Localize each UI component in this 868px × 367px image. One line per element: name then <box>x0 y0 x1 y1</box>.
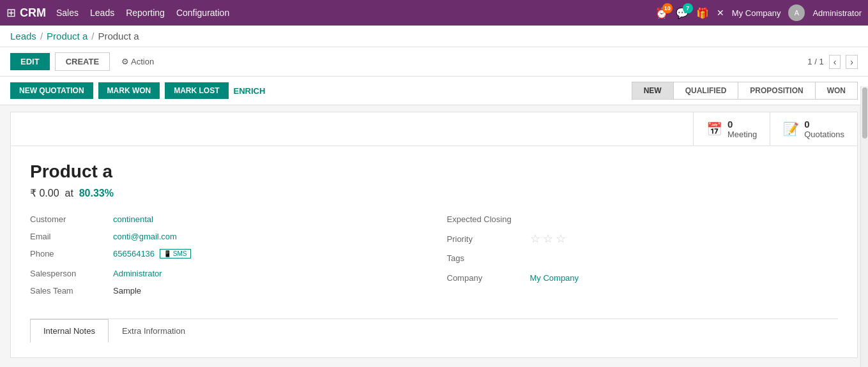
nav-leads[interactable]: Leads <box>90 8 114 18</box>
record-body: Product a ₹ 0.00 at 80.33% Customer cont… <box>11 146 857 357</box>
avatar[interactable]: A <box>788 4 805 21</box>
customer-field: Customer continental <box>30 214 422 224</box>
breadcrumb-product-link[interactable]: Product a <box>47 31 88 41</box>
customer-label: Customer <box>30 214 113 224</box>
email-value[interactable]: conti@gmail.com <box>113 232 177 241</box>
breadcrumb-leads[interactable]: Leads <box>10 31 36 41</box>
action-bar: EDIT CREATE ⚙ Action 1 / 1 ‹ › <box>0 47 868 77</box>
meeting-label: Meeting <box>727 130 757 139</box>
tab-internal-notes[interactable]: Internal Notes <box>30 319 109 343</box>
separator-2: / <box>91 31 94 41</box>
email-field: Email conti@gmail.com <box>30 232 422 241</box>
nav-sales[interactable]: Sales <box>56 8 79 18</box>
smart-buttons: 📅 0 Meeting 📝 0 Quotations <box>11 112 857 146</box>
meeting-info: 0 Meeting <box>727 119 757 139</box>
percent-value: 80.33 <box>79 188 105 198</box>
priority-label: Priority <box>447 234 530 244</box>
record-amount: ₹ 0.00 <box>30 188 59 198</box>
close-icon[interactable]: ✕ <box>717 8 724 18</box>
stage-won[interactable]: WON <box>816 82 857 99</box>
nav-menu: Sales Leads Reporting Configuration <box>56 8 651 18</box>
meeting-button[interactable]: 📅 0 Meeting <box>693 112 770 146</box>
tags-label: Tags <box>447 253 530 263</box>
phone-label: Phone <box>30 249 113 258</box>
sales-team-value: Sample <box>113 286 141 296</box>
right-fields: Expected Closing Priority ☆ ☆ ☆ Tags <box>447 214 839 303</box>
quotations-button[interactable]: 📝 0 Quotations <box>770 112 857 146</box>
scrollbar[interactable] <box>860 86 868 364</box>
mark-lost-button[interactable]: MARK LOST <box>165 82 228 99</box>
navbar: ⊞ CRM Sales Leads Reporting Configuratio… <box>0 0 868 26</box>
calendar-icon: 📅 <box>706 121 722 137</box>
salesperson-label: Salesperson <box>30 269 113 278</box>
stage-steps: NEW QUALIFIED PROPOSITION WON <box>632 82 858 100</box>
pagination-area: 1 / 1 ‹ › <box>807 55 858 69</box>
enrich-button[interactable]: ENRICH <box>234 86 266 96</box>
quotations-count: 0 <box>804 119 809 130</box>
edit-button[interactable]: EDIT <box>10 53 50 70</box>
stage-new[interactable]: NEW <box>632 82 674 99</box>
company-name[interactable]: My Company <box>732 8 781 18</box>
expected-closing-label: Expected Closing <box>447 214 530 224</box>
company-label: Company <box>447 273 530 283</box>
stage-qualified[interactable]: QUALIFIED <box>674 82 739 99</box>
star-2[interactable]: ☆ <box>543 232 553 246</box>
app-name: CRM <box>20 6 46 20</box>
quotation-icon: 📝 <box>783 121 799 137</box>
separator-1: / <box>40 31 43 41</box>
tags-field: Tags <box>447 253 839 263</box>
pagination-text: 1 / 1 <box>807 57 823 66</box>
main-content: 📅 0 Meeting 📝 0 Quotations Product a <box>0 105 868 364</box>
mark-won-button[interactable]: MARK WON <box>98 82 160 99</box>
action-menu[interactable]: ⚙ Action <box>121 57 154 66</box>
messages-icon[interactable]: 💬 7 <box>676 7 689 19</box>
admin-name[interactable]: Administrator <box>812 8 862 18</box>
priority-stars: ☆ ☆ ☆ <box>530 232 566 246</box>
sms-button[interactable]: 📱 SMS <box>160 249 190 258</box>
customer-value[interactable]: continental <box>113 214 153 224</box>
at-label: at <box>65 188 73 198</box>
tab-extra-information[interactable]: Extra Information <box>109 319 199 343</box>
messages-badge: 7 <box>683 3 693 13</box>
activity-icon[interactable]: ⏰ 10 <box>655 7 668 19</box>
company-field: Company My Company <box>447 273 839 283</box>
activity-badge: 10 <box>662 3 673 13</box>
company-value[interactable]: My Company <box>530 273 579 283</box>
nav-configuration[interactable]: Configuration <box>176 8 229 18</box>
breadcrumb: Leads / Product a / Product a <box>0 26 868 47</box>
email-label: Email <box>30 232 113 241</box>
left-fields: Customer continental Email conti@gmail.c… <box>30 214 422 303</box>
sales-team-field: Sales Team Sample <box>30 286 422 296</box>
meeting-count: 0 <box>727 119 733 130</box>
star-3[interactable]: ☆ <box>556 232 566 246</box>
prev-button[interactable]: ‹ <box>829 55 841 69</box>
star-1[interactable]: ☆ <box>530 232 540 246</box>
quotations-label: Quotations <box>804 130 844 139</box>
quotations-info: 0 Quotations <box>804 119 844 139</box>
salesperson-value[interactable]: Administrator <box>113 269 162 278</box>
record-title: Product a <box>30 161 838 182</box>
gift-icon[interactable]: 🎁 <box>696 7 709 19</box>
stage-bar: NEW QUOTATION MARK WON MARK LOST ENRICH … <box>0 77 868 105</box>
fields-grid: Customer continental Email conti@gmail.c… <box>30 214 838 303</box>
breadcrumb-current: Product a <box>98 31 139 41</box>
stage-proposition[interactable]: PROPOSITION <box>738 82 815 99</box>
phone-number[interactable]: 656564136 <box>113 249 155 258</box>
expected-closing-field: Expected Closing <box>447 214 839 224</box>
phone-value: 656564136 📱 SMS <box>113 249 191 258</box>
tabs-bar: Internal Notes Extra Information <box>30 318 838 342</box>
grid-icon[interactable]: ⊞ <box>6 6 16 20</box>
new-quotation-button[interactable]: NEW QUOTATION <box>10 82 93 99</box>
sms-label: SMS <box>173 250 187 257</box>
priority-field: Priority ☆ ☆ ☆ <box>447 232 839 246</box>
scrollbar-thumb[interactable] <box>862 87 867 139</box>
nav-reporting[interactable]: Reporting <box>126 8 165 18</box>
sales-team-label: Sales Team <box>30 286 113 296</box>
record-subtitle: ₹ 0.00 at 80.33% <box>30 187 838 199</box>
next-button[interactable]: › <box>846 55 858 69</box>
navbar-right: ⏰ 10 💬 7 🎁 ✕ My Company A Administrator <box>655 4 862 21</box>
create-button[interactable]: CREATE <box>55 52 110 71</box>
record-percent: 80.33% <box>79 188 114 198</box>
record-card: 📅 0 Meeting 📝 0 Quotations Product a <box>10 112 858 358</box>
salesperson-field: Salesperson Administrator <box>30 269 422 278</box>
